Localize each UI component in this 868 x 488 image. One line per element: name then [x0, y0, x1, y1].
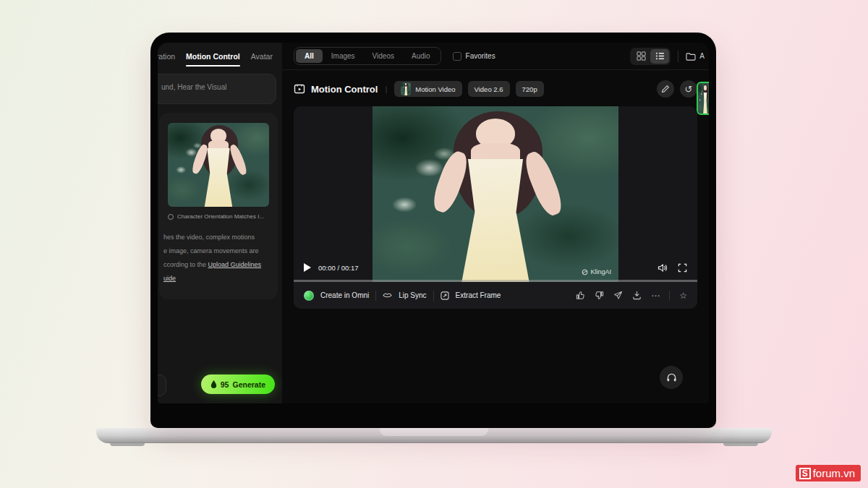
- reference-caption-row: Character Orientation Matches I...: [168, 213, 269, 220]
- app-window: eration Motion Control Avatar: [158, 43, 709, 403]
- favorite-star-button[interactable]: ☆: [679, 291, 687, 300]
- filter-tab-all[interactable]: All: [296, 49, 323, 63]
- subject-dress: [703, 93, 707, 114]
- asset-filter-bar: All Images Videos Audio Favorites: [282, 43, 709, 70]
- tab-motion-control[interactable]: Motion Control: [186, 52, 240, 61]
- fullscreen-icon[interactable]: [678, 263, 687, 273]
- badge-thumbnail: [401, 82, 411, 95]
- action-divider: [375, 291, 376, 301]
- prompt-input[interactable]: [158, 74, 276, 103]
- pencil-icon: [661, 85, 670, 93]
- support-button[interactable]: [660, 366, 683, 389]
- more-button[interactable]: ⋯: [651, 291, 660, 300]
- edit-button[interactable]: [657, 80, 674, 98]
- reference-card: Character Orientation Matches I... hes t…: [159, 113, 278, 299]
- filter-tab-videos[interactable]: Videos: [364, 49, 403, 63]
- like-button[interactable]: [576, 291, 585, 300]
- generate-credits: 95: [221, 380, 229, 389]
- guideline-line: hes the video, complex motions: [163, 231, 269, 244]
- laptop-foot-right: [723, 443, 758, 446]
- video-player-panel: KlingAI 00:00 / 00:17: [294, 106, 697, 309]
- laptop-foot-left: [110, 443, 145, 446]
- lip-sync-button[interactable]: Lip Sync: [399, 291, 426, 299]
- motion-control-icon: [294, 83, 305, 95]
- extract-frame-button[interactable]: Extract Frame: [456, 291, 501, 299]
- laptop-lid-notch: [380, 428, 488, 436]
- reference-caption: Character Orientation Matches I...: [177, 213, 264, 220]
- favorites-checkbox[interactable]: [453, 52, 461, 61]
- guideline-line-prefix: ccording to the: [163, 261, 208, 268]
- resolution-badge[interactable]: 720p: [516, 81, 544, 97]
- radio-circle-icon[interactable]: [168, 214, 174, 220]
- result-header: Motion Control | Motion Video Video 2.6: [282, 80, 709, 98]
- model-version-badge[interactable]: Video 2.6: [468, 81, 510, 97]
- grid-view-icon: [637, 51, 646, 61]
- toolbar-divider: [678, 51, 678, 62]
- grid-view-button[interactable]: [631, 49, 650, 64]
- page-background: eration Motion Control Avatar: [0, 0, 868, 488]
- sforum-logo-icon: S: [799, 468, 811, 479]
- guide-link[interactable]: uide: [163, 275, 176, 282]
- favorites-label: Favorites: [466, 52, 495, 60]
- badge-resolution-label: 720p: [522, 85, 537, 93]
- laptop-screen: eration Motion Control Avatar: [150, 33, 716, 428]
- badge-version-label: Video 2.6: [475, 85, 503, 93]
- regenerate-button[interactable]: ↺: [680, 80, 697, 98]
- result-title: Motion Control: [311, 84, 378, 95]
- thumbs-down-icon: [595, 291, 604, 300]
- download-icon: [632, 291, 642, 300]
- player-controls: 00:00 / 00:17: [304, 260, 687, 275]
- upload-guidelines-text: hes the video, complex motions e image, …: [163, 231, 269, 286]
- lips-icon: [383, 292, 392, 299]
- video-frame[interactable]: KlingAI: [373, 106, 618, 282]
- subject-dress: [204, 148, 232, 207]
- generate-button[interactable]: 95 Generate: [201, 374, 275, 394]
- tab-avatar[interactable]: Avatar: [251, 52, 273, 61]
- selected-history-thumbnail[interactable]: [697, 82, 709, 115]
- extract-frame-icon: [441, 291, 449, 300]
- folder-icon: [686, 52, 696, 61]
- subject-face: [704, 85, 706, 90]
- list-view-button[interactable]: [650, 49, 669, 64]
- badge-motion-label: Motion Video: [415, 85, 455, 93]
- sforum-watermark: S forum.vn: [796, 465, 861, 481]
- create-in-omni-button[interactable]: Create in Omni: [320, 291, 369, 299]
- generate-label: Generate: [232, 380, 265, 389]
- partial-left-pill[interactable]: [158, 374, 166, 396]
- favorites-filter[interactable]: Favorites: [453, 52, 495, 61]
- view-toggle-group: [630, 48, 671, 65]
- energy-droplet-icon: [210, 380, 217, 389]
- list-view-icon: [655, 51, 665, 61]
- upload-guidelines-link[interactable]: Upload Guidelines: [208, 261, 262, 268]
- action-divider: [433, 291, 434, 301]
- motion-video-badge[interactable]: Motion Video: [394, 81, 461, 97]
- reference-image[interactable]: [168, 123, 269, 207]
- guideline-line: ccording to the Upload Guidelines: [163, 258, 269, 272]
- prompt-box: [158, 74, 276, 104]
- send-icon: [613, 291, 623, 300]
- asset-type-segmented-control: All Images Videos Audio: [294, 47, 441, 65]
- folder-label: A: [699, 52, 705, 60]
- share-button[interactable]: [613, 291, 623, 300]
- playback-time: 00:00 / 00:17: [318, 264, 358, 272]
- left-panel-tabs: eration Motion Control Avatar: [158, 43, 282, 61]
- dislike-button[interactable]: [595, 291, 604, 300]
- header-divider: |: [385, 85, 387, 93]
- headphones-icon: [666, 372, 677, 382]
- filter-tab-audio[interactable]: Audio: [403, 49, 439, 63]
- play-button[interactable]: [304, 263, 311, 272]
- sforum-text: forum.vn: [813, 467, 855, 479]
- tab-generation[interactable]: eration: [158, 52, 175, 61]
- filter-tab-images[interactable]: Images: [323, 49, 364, 63]
- download-button[interactable]: [632, 291, 642, 300]
- guideline-line: e image, camera movements are: [163, 244, 269, 258]
- redo-icon: ↺: [685, 85, 693, 94]
- main-area: All Images Videos Audio Favorites: [282, 43, 709, 403]
- result-action-bar: Create in Omni Lip Sync Extract Frame: [294, 282, 697, 309]
- guideline-line: uide: [163, 272, 269, 286]
- volume-icon[interactable]: [658, 263, 668, 273]
- subject-dress: [404, 86, 407, 95]
- action-divider: [669, 291, 670, 301]
- omni-icon: [304, 291, 314, 301]
- folder-button[interactable]: A: [686, 52, 705, 61]
